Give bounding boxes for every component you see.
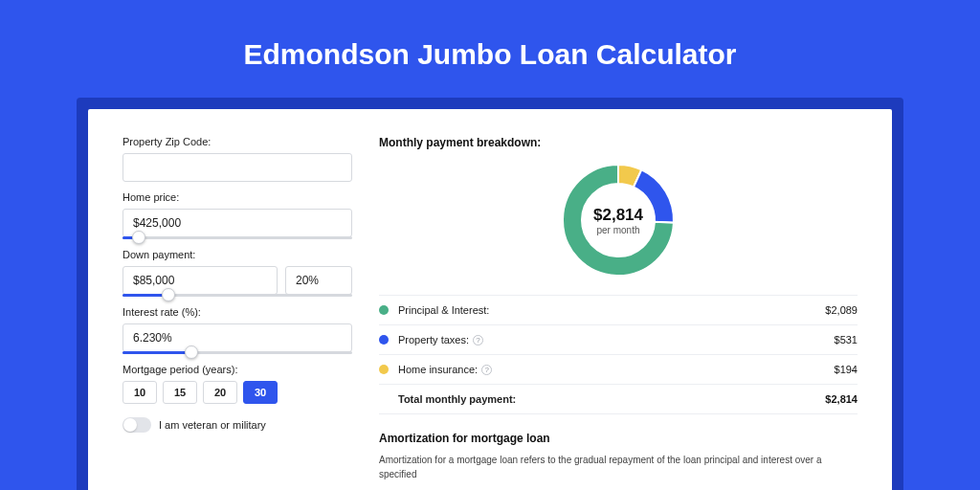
home-price-slider[interactable]	[122, 236, 352, 239]
breakdown-column: Monthly payment breakdown: $2,814 per mo…	[379, 136, 858, 490]
legend-dot	[379, 305, 389, 315]
amortization-heading: Amortization for mortgage loan	[379, 432, 858, 445]
down-payment-slider[interactable]	[122, 294, 352, 297]
interest-label: Interest rate (%):	[122, 306, 352, 318]
veteran-toggle[interactable]	[122, 417, 151, 433]
legend-row: Property taxes:?$531	[379, 325, 858, 355]
zip-field: Property Zip Code:	[122, 136, 352, 182]
panel-shadow: Property Zip Code: Home price: Down paym…	[77, 98, 903, 490]
period-button-30[interactable]: 30	[243, 381, 278, 404]
down-payment-label: Down payment:	[122, 249, 352, 260]
legend-value: $194	[835, 364, 858, 375]
interest-slider[interactable]	[122, 351, 352, 354]
donut-chart: $2,814 per month	[559, 161, 678, 279]
period-field: Mortgage period (years): 10152030	[122, 364, 352, 404]
legend-total-label: Total monthly payment:	[398, 393, 825, 405]
zip-input[interactable]	[122, 153, 352, 182]
veteran-row: I am veteran or military	[122, 417, 352, 433]
interest-input[interactable]	[122, 323, 352, 352]
form-column: Property Zip Code: Home price: Down paym…	[122, 136, 352, 490]
donut-chart-wrap: $2,814 per month	[379, 161, 858, 279]
legend-row: Principal & Interest:$2,089	[379, 296, 858, 325]
legend-total-row: Total monthly payment:$2,814	[379, 385, 858, 414]
legend-value: $2,089	[825, 304, 858, 316]
period-label: Mortgage period (years):	[122, 364, 352, 375]
zip-label: Property Zip Code:	[122, 136, 352, 147]
legend-row: Home insurance:?$194	[379, 355, 858, 385]
legend-value: $531	[835, 334, 858, 345]
home-price-input[interactable]	[122, 209, 352, 237]
interest-field: Interest rate (%):	[122, 306, 352, 354]
legend-label: Principal & Interest:	[398, 304, 825, 316]
home-price-label: Home price:	[122, 191, 352, 203]
down-payment-field: Down payment:	[122, 249, 352, 297]
veteran-label: I am veteran or military	[159, 419, 266, 431]
amortization-text: Amortization for a mortgage loan refers …	[379, 453, 858, 481]
breakdown-heading: Monthly payment breakdown:	[379, 136, 858, 149]
info-icon[interactable]: ?	[481, 365, 492, 375]
period-button-15[interactable]: 15	[163, 381, 197, 404]
period-button-group: 10152030	[122, 381, 352, 404]
legend: Principal & Interest:$2,089Property taxe…	[379, 295, 858, 414]
period-button-10[interactable]: 10	[122, 381, 157, 404]
legend-label: Property taxes:?	[398, 334, 835, 345]
donut-amount: $2,814	[593, 206, 643, 225]
calculator-panel: Property Zip Code: Home price: Down paym…	[88, 109, 892, 490]
legend-label: Home insurance:?	[398, 364, 835, 375]
home-price-field: Home price:	[122, 191, 352, 239]
page-title: Edmondson Jumbo Loan Calculator	[77, 38, 903, 71]
legend-total-value: $2,814	[825, 393, 858, 405]
down-payment-pct-input[interactable]	[285, 266, 352, 295]
donut-subtext: per month	[596, 225, 639, 235]
period-button-20[interactable]: 20	[203, 381, 237, 404]
legend-dot	[379, 335, 389, 345]
down-payment-input[interactable]	[122, 266, 278, 295]
legend-dot	[379, 365, 389, 374]
info-icon[interactable]: ?	[473, 335, 483, 345]
amortization-block: Amortization for mortgage loan Amortizat…	[379, 432, 858, 481]
